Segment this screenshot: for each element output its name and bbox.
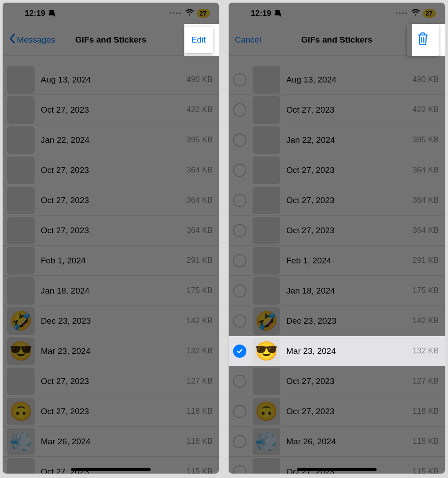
back-button[interactable]: Messages (9, 34, 55, 46)
sticker-thumbnail: 😎 (7, 337, 35, 365)
item-size: 115 KB (187, 467, 213, 474)
list-item[interactable]: Oct 27, 2023364 KB (3, 185, 219, 215)
list-item[interactable]: Oct 27, 2023422 KB (229, 95, 445, 125)
edit-button[interactable]: Edit (184, 27, 213, 53)
list-item[interactable]: Oct 27, 2023364 KB (229, 185, 445, 215)
list-item[interactable]: 🙃Oct 27, 2023118 KB (3, 396, 219, 427)
select-checkbox[interactable] (233, 194, 246, 207)
item-date: Feb 1, 2024 (286, 256, 413, 266)
item-date: Jan 18, 2024 (286, 286, 413, 296)
select-checkbox[interactable] (233, 375, 246, 388)
cancel-button[interactable]: Cancel (235, 35, 261, 45)
item-size: 118 KB (413, 437, 439, 446)
item-date: Dec 23, 2023 (41, 316, 187, 326)
list-item[interactable]: Jan 22, 2024395 KB (3, 125, 219, 155)
sticker-list[interactable]: Aug 13, 2024490 KBOct 27, 2023422 KBJan … (3, 65, 219, 474)
list-item[interactable]: Oct 27, 2023115 KB (3, 457, 219, 474)
list-item[interactable]: 💨Mar 26, 2024118 KB (229, 427, 445, 457)
delete-button[interactable] (407, 24, 439, 56)
item-size: 175 KB (413, 286, 439, 295)
sticker-thumbnail: 🤣 (7, 307, 35, 335)
list-item[interactable]: 🤣Dec 23, 2023142 KB (229, 306, 445, 336)
item-date: Jan 22, 2024 (41, 135, 187, 145)
select-checkbox[interactable] (233, 73, 246, 86)
item-date: Oct 27, 2023 (41, 226, 187, 235)
sticker-thumbnail (253, 247, 280, 274)
item-date: Oct 27, 2023 (286, 196, 413, 205)
sticker-thumbnail (7, 368, 35, 395)
list-item[interactable]: 😎Mar 23, 2024132 KB (229, 336, 445, 366)
item-date: Jan 18, 2024 (41, 286, 187, 296)
sticker-thumbnail: 🤣 (253, 307, 280, 335)
list-item[interactable]: Oct 27, 2023364 KB (3, 155, 219, 185)
trash-icon (417, 32, 429, 47)
item-size: 422 KB (413, 105, 439, 114)
item-date: Oct 27, 2023 (286, 165, 413, 175)
item-size: 364 KB (187, 196, 213, 205)
select-checkbox[interactable] (233, 345, 246, 358)
item-date: Mar 23, 2024 (286, 346, 413, 356)
select-checkbox[interactable] (233, 314, 246, 328)
list-item[interactable]: Jan 18, 2024175 KB (3, 276, 219, 306)
item-date: Mar 23, 2024 (41, 346, 187, 356)
list-item[interactable]: 😎Mar 23, 2024132 KB (3, 336, 219, 366)
list-item[interactable]: Oct 27, 2023364 KB (229, 155, 445, 185)
select-checkbox[interactable] (233, 133, 246, 147)
list-item[interactable]: Feb 1, 2024291 KB (3, 246, 219, 276)
item-size: 364 KB (187, 226, 213, 235)
select-checkbox[interactable] (233, 103, 246, 117)
status-bar: 12:19 27 (229, 3, 445, 24)
sticker-thumbnail: 🙃 (253, 398, 280, 425)
select-checkbox[interactable] (233, 465, 246, 474)
list-item[interactable]: Aug 13, 2024490 KB (3, 65, 219, 95)
select-checkbox[interactable] (233, 254, 246, 267)
list-item[interactable]: Aug 13, 2024490 KB (229, 65, 445, 95)
sticker-thumbnail (7, 247, 35, 274)
item-date: Oct 27, 2023 (41, 165, 187, 175)
list-item[interactable]: Oct 27, 2023115 KB (229, 457, 445, 474)
list-item[interactable]: Jan 18, 2024175 KB (229, 276, 445, 306)
select-checkbox[interactable] (233, 405, 246, 418)
item-size: 142 KB (187, 316, 213, 325)
wifi-icon (185, 9, 194, 18)
item-size: 291 KB (413, 256, 439, 265)
nav-bar: Cancel GIFs and Stickers (229, 24, 445, 56)
list-item[interactable]: Oct 27, 2023422 KB (3, 95, 219, 125)
item-size: 395 KB (187, 135, 213, 145)
item-date: Aug 13, 2024 (41, 75, 187, 85)
chevron-left-icon (9, 34, 17, 46)
item-size: 395 KB (413, 135, 439, 145)
sticker-thumbnail: 💨 (253, 428, 280, 455)
cellular-dots-icon (396, 12, 407, 14)
item-size: 142 KB (413, 316, 439, 325)
item-date: Mar 26, 2024 (286, 437, 413, 447)
list-item[interactable]: Oct 27, 2023364 KB (229, 215, 445, 246)
sticker-list-editmode[interactable]: Aug 13, 2024490 KBOct 27, 2023422 KBJan … (229, 65, 445, 474)
select-checkbox[interactable] (233, 284, 246, 298)
item-size: 364 KB (413, 226, 439, 235)
list-item[interactable]: Feb 1, 2024291 KB (229, 246, 445, 276)
item-date: Oct 27, 2023 (41, 105, 187, 115)
item-date: Oct 27, 2023 (41, 407, 187, 416)
status-time: 12:19 (251, 9, 271, 18)
battery-indicator: 27 (197, 9, 210, 18)
item-date: Oct 27, 2023 (286, 105, 413, 115)
back-label: Messages (17, 35, 55, 45)
item-size: 291 KB (187, 256, 213, 265)
list-item[interactable]: Jan 22, 2024395 KB (229, 125, 445, 155)
select-checkbox[interactable] (233, 164, 246, 177)
list-item[interactable]: Oct 27, 2023127 KB (229, 366, 445, 396)
list-item[interactable]: Oct 27, 2023364 KB (3, 215, 219, 246)
sticker-thumbnail: 💨 (7, 428, 35, 455)
sticker-thumbnail (7, 458, 35, 474)
list-item[interactable]: 🤣Dec 23, 2023142 KB (3, 306, 219, 336)
select-checkbox[interactable] (233, 224, 246, 237)
list-item[interactable]: 🙃Oct 27, 2023118 KB (229, 396, 445, 427)
item-date: Oct 27, 2023 (286, 407, 413, 416)
home-indicator (71, 468, 151, 471)
item-size: 364 KB (413, 165, 439, 175)
sticker-thumbnail (253, 66, 280, 94)
list-item[interactable]: 💨Mar 26, 2024118 KB (3, 427, 219, 457)
select-checkbox[interactable] (233, 435, 246, 448)
list-item[interactable]: Oct 27, 2023127 KB (3, 366, 219, 396)
